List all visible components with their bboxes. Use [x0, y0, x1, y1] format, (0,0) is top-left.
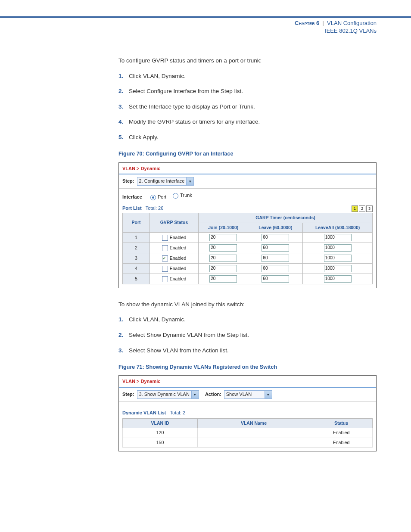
cell-port: 4 — [123, 263, 150, 274]
enabled-label: Enabled — [170, 235, 187, 240]
dynamic-vlan-list-total: Total: 2 — [170, 410, 185, 415]
enabled-label: Enabled — [170, 245, 187, 250]
cell-status: Enabled — [310, 438, 373, 447]
cell-join-input[interactable]: 20 — [209, 275, 237, 283]
radio-trunk-label: Trunk — [180, 192, 192, 199]
cell-vlan-name — [198, 428, 310, 438]
cell-status: Enabled — [310, 428, 373, 438]
cell-join: 20 — [199, 243, 248, 253]
step-row: Step: 2. Configure Interface ▾ — [119, 174, 376, 189]
radio-trunk[interactable]: Trunk — [173, 192, 192, 199]
step-number: 4. — [118, 118, 123, 126]
step-number: 3. — [118, 103, 123, 111]
step-item: 1.Click VLAN, Dynamic. — [118, 315, 377, 324]
step-number: 5. — [118, 133, 123, 142]
step-select[interactable]: 2. Configure Interface ▾ — [137, 177, 194, 186]
steps-list-2: 1.Click VLAN, Dynamic.2.Select Show Dyna… — [118, 315, 377, 355]
page-top-rule — [0, 0, 411, 18]
cell-leave: 60 — [248, 253, 303, 263]
dynamic-vlan-list-title: Dynamic VLAN List — [122, 410, 166, 415]
cell-leaveall: 1000 — [303, 232, 373, 243]
step-text: Set the Interface type to display as Por… — [129, 103, 255, 110]
table-row: 4Enabled20601000 — [123, 263, 373, 274]
cell-join: 20 — [199, 253, 248, 263]
pager-page[interactable]: 1 — [352, 205, 358, 212]
chapter-title: VLAN Configuration — [327, 20, 377, 26]
table-row: 5Enabled20601000 — [123, 274, 373, 284]
cell-leave-input[interactable]: 60 — [262, 244, 289, 252]
step-action-row: Step: 3. Show Dynamic VLAN ▾ Action: Sho… — [119, 388, 376, 402]
step-text: Select Show Dynamic VLAN from the Step l… — [129, 332, 249, 338]
figure-70-panel: VLAN > Dynamic Step: 2. Configure Interf… — [118, 162, 377, 288]
steps-list-1: 1.Click VLAN, Dynamic.2.Select Configure… — [118, 72, 377, 142]
step-text: Select Show VLAN from the Action list. — [129, 347, 229, 354]
checkbox[interactable] — [162, 235, 168, 241]
th-status: Status — [310, 419, 373, 428]
cell-leave-input[interactable]: 60 — [262, 255, 289, 262]
cell-leaveall: 1000 — [303, 253, 373, 263]
cell-leave-input[interactable]: 60 — [262, 265, 289, 272]
radio-port[interactable]: Port — [150, 194, 166, 201]
checkbox[interactable] — [162, 255, 168, 261]
table-row: 150Enabled — [123, 438, 373, 447]
cell-leaveall-input[interactable]: 1000 — [324, 244, 352, 252]
chapter-subtitle: IEEE 802.1Q VLANs — [295, 27, 377, 35]
cell-leaveall-input[interactable]: 1000 — [324, 265, 352, 272]
cell-join-input[interactable]: 20 — [209, 265, 237, 272]
step-item: 3.Select Show VLAN from the Action list. — [118, 346, 377, 355]
enabled-label: Enabled — [170, 266, 187, 271]
pager-page[interactable]: 2 — [359, 205, 365, 212]
cell-join-input[interactable]: 20 — [209, 244, 237, 252]
cell-port: 3 — [123, 253, 150, 263]
checkbox[interactable] — [162, 245, 168, 251]
intro-paragraph-1: To configure GVRP status and timers on a… — [118, 56, 377, 65]
th-leaveall: LeaveAll (500-18000) — [303, 223, 373, 232]
cell-leave: 60 — [248, 274, 303, 284]
checkbox[interactable] — [162, 266, 168, 272]
cell-leaveall-input[interactable]: 1000 — [324, 255, 352, 262]
cell-leave: 60 — [248, 232, 303, 243]
cell-join-input[interactable]: 20 — [209, 255, 237, 262]
step-select[interactable]: 3. Show Dynamic VLAN ▾ — [137, 390, 199, 399]
step-select-value: 3. Show Dynamic VLAN — [137, 391, 191, 398]
cell-gvrp-status: Enabled — [150, 274, 199, 284]
action-select-value: Show VLAN — [224, 391, 265, 398]
checkbox[interactable] — [162, 276, 168, 282]
step-number: 3. — [118, 346, 123, 355]
table-row: 120Enabled — [123, 428, 373, 438]
action-select[interactable]: Show VLAN ▾ — [224, 390, 272, 399]
cell-gvrp-status: Enabled — [150, 243, 199, 253]
cell-join: 20 — [199, 263, 248, 274]
cell-leave: 60 — [248, 243, 303, 253]
cell-join: 20 — [199, 274, 248, 284]
step-text: Click Apply. — [129, 134, 159, 140]
table-row: 3Enabled20601000 — [123, 253, 373, 263]
pager: 123 — [351, 205, 373, 212]
step-select-value: 2. Configure Interface — [137, 178, 187, 185]
cell-leave-input[interactable]: 60 — [262, 275, 289, 283]
th-port: Port — [123, 213, 150, 232]
pager-page[interactable]: 3 — [366, 205, 373, 212]
cell-port: 1 — [123, 232, 150, 243]
chevron-down-icon: ▾ — [186, 177, 193, 185]
breadcrumb: VLAN > Dynamic — [119, 376, 376, 388]
cell-leaveall-input[interactable]: 1000 — [324, 234, 352, 241]
action-label: Action: — [205, 391, 221, 398]
cell-vlan-id: 120 — [123, 428, 198, 438]
cell-gvrp-status: Enabled — [150, 232, 199, 243]
cell-leaveall-input[interactable]: 1000 — [324, 275, 352, 283]
enabled-label: Enabled — [170, 276, 187, 281]
th-gvrp-status: GVRP Status — [150, 213, 199, 232]
step-number: 1. — [118, 315, 123, 324]
portlist-total: Total: 26 — [146, 205, 164, 211]
enabled-label: Enabled — [170, 255, 187, 261]
th-garp-timer: GARP Timer (centiseconds) — [199, 213, 373, 223]
step-text: Click VLAN, Dynamic. — [129, 73, 186, 79]
chevron-down-icon: ▾ — [265, 391, 272, 398]
breadcrumb: VLAN > Dynamic — [119, 163, 376, 175]
table-row: 1Enabled20601000 — [123, 232, 373, 243]
intro-paragraph-2: To show the dynamic VLAN joined by this … — [118, 300, 377, 309]
cell-join-input[interactable]: 20 — [209, 234, 237, 241]
cell-leave-input[interactable]: 60 — [262, 234, 289, 241]
step-number: 2. — [118, 331, 123, 339]
